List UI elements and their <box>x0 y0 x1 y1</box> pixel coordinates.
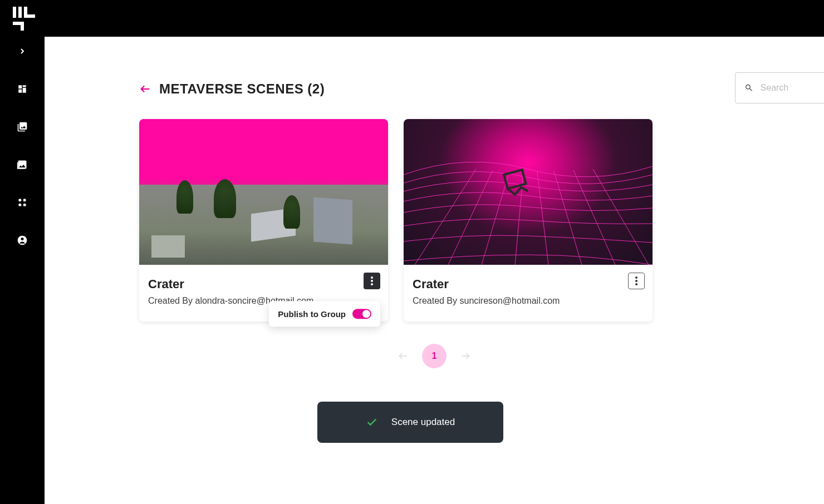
card-body: Crater Created By suncireson@hotmail.com <box>404 265 653 322</box>
dashboard-icon[interactable] <box>16 82 29 96</box>
svg-rect-4 <box>13 22 24 25</box>
svg-line-26 <box>537 172 548 265</box>
toast-message: Scene updated <box>391 417 455 428</box>
svg-point-33 <box>635 283 637 285</box>
svg-rect-10 <box>17 162 18 169</box>
page-title: METAVERSE SCENES (2) <box>159 81 325 97</box>
page-header: METAVERSE SCENES (2) <box>139 81 824 97</box>
scene-thumbnail <box>404 119 653 265</box>
svg-point-31 <box>635 276 637 279</box>
svg-rect-7 <box>23 85 26 87</box>
publish-popover: Publish to Group <box>269 301 380 327</box>
scene-card[interactable]: Publish to Group Crater Created By alond… <box>139 119 388 322</box>
card-more-button[interactable] <box>628 273 645 289</box>
svg-rect-6 <box>18 85 22 88</box>
svg-line-27 <box>554 171 582 265</box>
svg-point-14 <box>18 204 21 206</box>
svg-point-21 <box>371 283 373 285</box>
svg-rect-8 <box>23 88 26 93</box>
prev-page-button[interactable] <box>398 350 409 362</box>
scene-title: Crater <box>413 277 644 291</box>
next-page-button[interactable] <box>460 350 471 362</box>
svg-point-13 <box>23 199 26 201</box>
check-icon <box>366 416 378 428</box>
collections-icon[interactable] <box>16 120 29 134</box>
pagination: 1 <box>45 344 824 368</box>
scene-title: Crater <box>148 277 379 291</box>
svg-point-17 <box>21 238 24 240</box>
svg-point-32 <box>635 280 637 282</box>
svg-rect-9 <box>18 90 22 93</box>
publish-popover-label: Publish to Group <box>278 309 346 319</box>
toast-notification: Scene updated <box>317 402 503 443</box>
svg-point-20 <box>371 280 373 282</box>
account-icon[interactable] <box>16 234 29 247</box>
svg-line-29 <box>593 169 649 265</box>
card-more-button[interactable] <box>364 273 380 289</box>
svg-line-28 <box>573 170 615 265</box>
sidebar <box>0 0 45 476</box>
apps-icon[interactable] <box>16 196 29 209</box>
more-vertical-icon <box>635 276 637 285</box>
page-number[interactable]: 1 <box>422 344 447 368</box>
search-icon <box>744 82 754 93</box>
svg-rect-1 <box>18 7 22 18</box>
svg-rect-5 <box>21 25 24 31</box>
images-icon[interactable] <box>16 158 29 171</box>
sidebar-expand-button[interactable] <box>16 45 29 58</box>
svg-rect-3 <box>24 14 35 18</box>
back-arrow-icon[interactable] <box>139 83 151 95</box>
svg-point-12 <box>18 199 21 201</box>
svg-rect-11 <box>17 168 24 169</box>
publish-toggle[interactable] <box>352 309 371 319</box>
search-input[interactable] <box>761 83 824 93</box>
scene-author: Created By suncireson@hotmail.com <box>413 296 644 306</box>
topbar <box>0 0 824 37</box>
scene-cards: Publish to Group Crater Created By alond… <box>139 119 824 322</box>
scene-thumbnail <box>139 119 388 265</box>
logo <box>11 5 38 32</box>
svg-point-15 <box>23 204 26 206</box>
scene-card[interactable]: Crater Created By suncireson@hotmail.com <box>404 119 653 322</box>
svg-rect-0 <box>13 7 16 18</box>
svg-point-19 <box>371 276 373 279</box>
main-content: METAVERSE SCENES (2) Publish to Group Cr… <box>45 37 824 476</box>
search-box[interactable] <box>735 72 824 103</box>
more-vertical-icon <box>371 276 373 285</box>
